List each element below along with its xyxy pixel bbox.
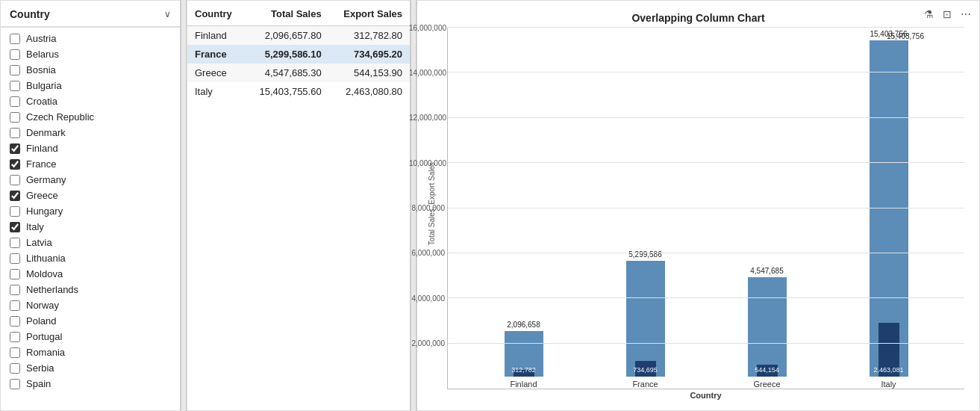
bar-total-label: 4,547,685 — [737, 267, 797, 275]
table-cell-country: Finland — [187, 26, 245, 46]
grid-line: 8,000,000 — [448, 208, 964, 208]
table-row: Finland2,096,657.80312,782.80 — [187, 26, 410, 46]
table-cell-total-sales: 2,096,657.80 — [245, 26, 329, 46]
bar-total — [626, 261, 665, 377]
bar-x-label: Finland — [510, 380, 537, 389]
grid-label: 8,000,000 — [409, 204, 445, 212]
table-cell-export-sales: 2,463,080.80 — [329, 82, 410, 101]
chart-panel: ⚗ ⊡ ⋯ Overlapping Column Chart Total Sal… — [416, 0, 980, 411]
filter-item[interactable]: Belarus — [1, 46, 180, 62]
table-cell-export-sales: 544,153.90 — [329, 64, 410, 82]
table-cell-country: France — [187, 45, 245, 64]
bar-column: 4,547,685544,154Greece — [706, 28, 828, 389]
grid-label: 10,000,000 — [409, 159, 445, 167]
x-axis-label: Country — [447, 391, 964, 400]
filter-item[interactable]: Norway — [1, 297, 180, 313]
filter-item[interactable]: Netherlands — [1, 282, 180, 297]
bar-export-label: 312,782 — [502, 366, 546, 374]
country-filter-panel: Country ∨ AustriaBelarusBosniaBulgariaCr… — [0, 0, 181, 411]
bar-export-label: 2,463,081 — [867, 366, 911, 374]
filter-item[interactable]: Austria — [1, 31, 180, 46]
panel-separator — [181, 0, 187, 411]
filter-item[interactable]: Croatia — [1, 93, 180, 109]
grid-label: 2,000,000 — [409, 339, 445, 347]
filter-item[interactable]: Czech Republic — [1, 109, 180, 125]
table-row: France5,299,586.10734,695.20 — [187, 45, 410, 64]
grid-label: 12,000,000 — [409, 114, 445, 122]
sales-table: Country Total Sales Export Sales Finland… — [187, 1, 410, 101]
bar-column: 2,096,658312,782Finland — [463, 28, 584, 389]
col-header-total-sales: Total Sales — [245, 1, 329, 26]
bar-total — [748, 277, 787, 377]
filter-item[interactable]: Finland — [1, 140, 180, 156]
grid-label: 4,000,000 — [409, 294, 445, 303]
filter-item[interactable]: Greece — [1, 188, 180, 203]
bar-column: 15,403,75615,403,7562,463,081Italy — [828, 28, 949, 389]
filter-item[interactable]: Moldova — [1, 266, 180, 282]
filter-item[interactable]: Latvia — [1, 235, 180, 250]
table-row: Greece4,547,685.30544,153.90 — [187, 64, 410, 82]
bar-x-label: France — [632, 380, 658, 389]
filter-item[interactable]: Italy — [1, 219, 180, 235]
filter-item[interactable]: Lithuania — [1, 250, 180, 266]
filter-item[interactable]: Hungary — [1, 203, 180, 219]
grid-line: 4,000,000 — [448, 297, 964, 298]
grid-line: 12,000,000 — [448, 117, 964, 118]
table-row: Italy15,403,755.602,463,080.80 — [187, 82, 410, 101]
table-cell-country: Greece — [187, 64, 245, 82]
table-cell-export-sales: 734,695.20 — [329, 45, 410, 64]
bar-total-label: 15,403,756 — [859, 30, 919, 38]
filter-item[interactable]: Poland — [1, 313, 180, 329]
chart-inner: 2,096,658312,782Finland5,299,586734,695F… — [447, 28, 964, 403]
filter-item[interactable]: Serbia — [1, 360, 180, 376]
chevron-down-icon[interactable]: ∨ — [164, 9, 171, 19]
filter-item[interactable]: Bosnia — [1, 62, 180, 78]
table-cell-total-sales: 15,403,755.60 — [245, 82, 329, 101]
table-cell-country: Italy — [187, 82, 245, 101]
grid-line: 14,000,000 — [448, 72, 964, 72]
chart-area: Total Sales, Export Sales 2,096,658312,7… — [417, 28, 979, 403]
filter-item[interactable]: Spain — [1, 376, 180, 392]
bar-total-label: 2,096,658 — [494, 321, 554, 329]
filter-item[interactable]: France — [1, 156, 180, 172]
table-cell-export-sales: 312,782.80 — [329, 26, 410, 46]
filter-item[interactable]: Denmark — [1, 125, 180, 140]
table-cell-total-sales: 5,299,586.10 — [245, 45, 329, 64]
bar-column: 5,299,586734,695France — [584, 28, 706, 389]
filter-item[interactable]: Romania — [1, 344, 180, 360]
filter-title: Country — [10, 8, 50, 20]
bar-x-label: Italy — [881, 380, 896, 389]
chart-container: Overlapping Column Chart Total Sales, Ex… — [417, 1, 979, 410]
grid-line: 16,000,000 — [448, 27, 964, 28]
grid-label: 16,000,000 — [409, 24, 445, 32]
bar-export-label: 544,154 — [745, 366, 790, 374]
data-table-panel: Country Total Sales Export Sales Finland… — [187, 0, 411, 411]
filter-item[interactable]: Bulgaria — [1, 78, 180, 93]
chart-title: Overlapping Column Chart — [417, 12, 979, 24]
filter-item[interactable]: Germany — [1, 172, 180, 188]
bar-x-label: Greece — [753, 380, 780, 389]
filter-header: Country ∨ — [1, 1, 180, 28]
filter-list: AustriaBelarusBosniaBulgariaCroatiaCzech… — [1, 28, 180, 410]
bar-export-label: 734,695 — [623, 366, 668, 374]
grid-label: 6,000,000 — [409, 249, 445, 257]
grid-line: 10,000,000 — [448, 162, 964, 163]
grid-label: 14,000,000 — [409, 69, 445, 77]
filter-item[interactable]: Portugal — [1, 329, 180, 344]
table-cell-total-sales: 4,547,685.30 — [245, 64, 329, 82]
grid-line: 6,000,000 — [448, 253, 964, 253]
grid-line: 2,000,000 — [448, 343, 964, 344]
chart-grid-bars: 2,096,658312,782Finland5,299,586734,695F… — [447, 28, 964, 389]
col-header-country: Country — [187, 1, 245, 26]
col-header-export-sales: Export Sales — [329, 1, 410, 26]
